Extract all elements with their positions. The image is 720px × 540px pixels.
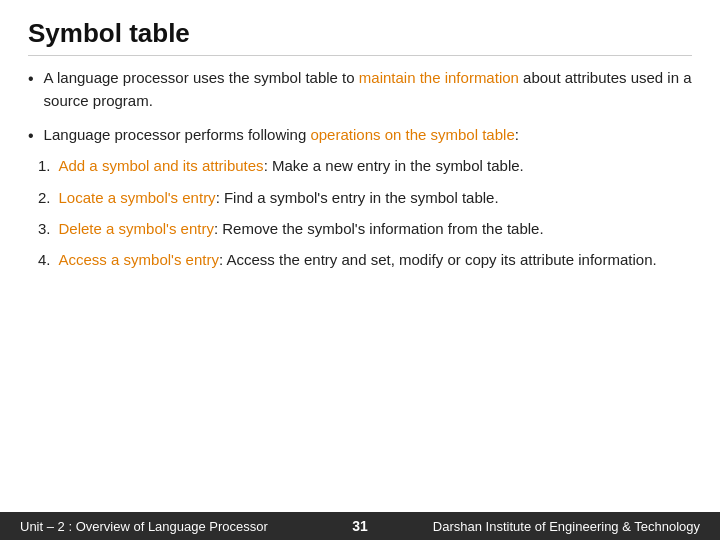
item2-text: Locate a symbol's entry: Find a symbol's…	[59, 186, 499, 209]
footer-center: 31	[352, 518, 368, 534]
item1-text: Add a symbol and its attributes: Make a …	[59, 154, 524, 177]
bullet2-text: Language processor performs following op…	[44, 123, 519, 146]
highlight-locate: Locate a symbol's entry	[59, 189, 216, 206]
bullet-dot: •	[28, 67, 34, 92]
highlight-delete: Delete a symbol's entry	[59, 220, 214, 237]
ordered-list: 1. Add a symbol and its attributes: Make…	[28, 154, 657, 279]
footer-left: Unit – 2 : Overview of Language Processo…	[20, 519, 332, 534]
ordered-num: 1.	[38, 154, 51, 177]
highlight-access: Access a symbol's entry	[59, 251, 219, 268]
list-item: • Language processor performs following …	[28, 123, 692, 280]
footer-right: Darshan Institute of Engineering & Techn…	[388, 519, 700, 534]
highlight-maintain: maintain the information	[359, 69, 519, 86]
page-title: Symbol table	[28, 18, 692, 56]
list-item: 3. Delete a symbol's entry: Remove the s…	[38, 217, 657, 240]
list-item: • A language processor uses the symbol t…	[28, 66, 692, 113]
bullet-dot: •	[28, 124, 34, 149]
ordered-num: 4.	[38, 248, 51, 271]
ordered-num: 2.	[38, 186, 51, 209]
list-item: 4. Access a symbol's entry: Access the e…	[38, 248, 657, 271]
item3-text: Delete a symbol's entry: Remove the symb…	[59, 217, 544, 240]
highlight-operations: operations on the symbol table	[310, 126, 514, 143]
highlight-add: Add a symbol and its attributes	[59, 157, 264, 174]
main-content: Symbol table • A language processor uses…	[0, 0, 720, 512]
footer: Unit – 2 : Overview of Language Processo…	[0, 512, 720, 540]
item4-text: Access a symbol's entry: Access the entr…	[59, 248, 657, 271]
list-item: 1. Add a symbol and its attributes: Make…	[38, 154, 657, 177]
list-item: 2. Locate a symbol's entry: Find a symbo…	[38, 186, 657, 209]
ordered-num: 3.	[38, 217, 51, 240]
bullet1-text: A language processor uses the symbol tab…	[44, 66, 692, 113]
bullet-list: • A language processor uses the symbol t…	[28, 66, 692, 279]
